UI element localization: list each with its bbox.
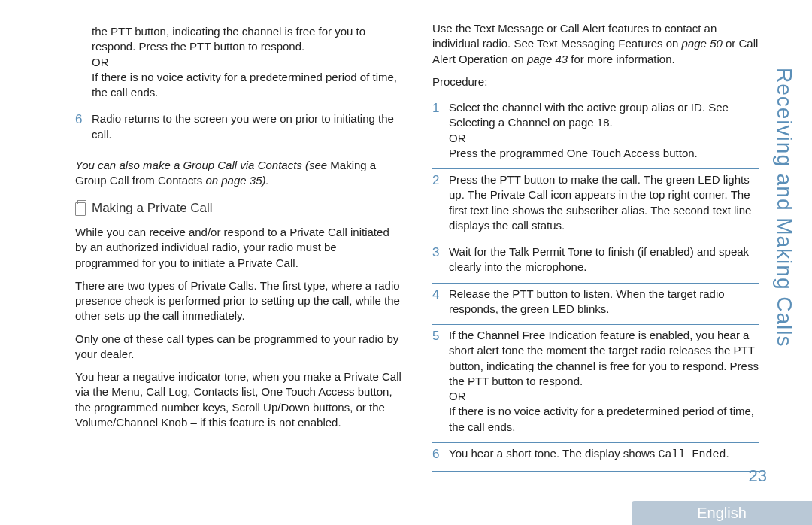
separator: [75, 150, 402, 150]
paragraph: Only one of these call types can be prog…: [75, 332, 402, 363]
paragraph: You hear a negative indicator tone, when…: [75, 369, 402, 430]
step-2: 2 Press the PTT button to make the call.…: [432, 169, 759, 238]
spacer: [75, 24, 92, 100]
ref-link: Text Messaging Features: [537, 37, 663, 50]
page-ref: page 43: [527, 53, 568, 65]
note-pageref: on page 35: [202, 174, 262, 187]
or-text: OR: [92, 56, 109, 68]
section-heading: Making a Private Call: [75, 200, 402, 217]
text: If there is no voice activity for a pred…: [92, 71, 397, 99]
step-text: Radio returns to the screen you were on …: [92, 111, 402, 142]
ref-link: Selecting a Channel: [449, 116, 550, 129]
text-bold: one: [102, 332, 120, 345]
side-chapter-title: Receiving and Making Calls: [770, 68, 798, 347]
note-italic: You can also make a Group Call via Conta…: [75, 159, 330, 171]
step-number: 1: [432, 100, 449, 161]
step-4: 4 Release the PTT button to listen. When…: [432, 284, 759, 322]
text: Select the channel with the active group…: [449, 101, 729, 114]
continued-text: the PTT button, indicating the channel i…: [92, 24, 402, 100]
step-1: 1 Select the channel with the active gro…: [432, 97, 759, 165]
step-text: If the Channel Free Indication feature i…: [449, 328, 759, 435]
ref-link: One Touch Access: [567, 147, 660, 159]
text: of these call types can be programmed to…: [75, 332, 398, 360]
step-text: Wait for the Talk Permit Tone to finish …: [449, 244, 759, 275]
step-3: 3 Wait for the Talk Permit Tone to finis…: [432, 241, 759, 280]
continued-step: the PTT button, indicating the channel i…: [75, 21, 402, 105]
text: on: [508, 53, 527, 65]
text: or: [723, 37, 739, 50]
display-text: Call Ended: [659, 448, 726, 461]
or-text: OR: [449, 390, 466, 402]
step-number: 6: [75, 111, 92, 142]
or-text: OR: [449, 132, 466, 144]
step-number: 4: [432, 287, 449, 317]
text: Press the programmed: [449, 147, 567, 159]
page-ref: page 50: [682, 37, 723, 50]
separator: [432, 471, 759, 472]
intro-paragraph: Use the Text Message or Call Alert featu…: [432, 21, 759, 67]
step-text: Select the channel with the active group…: [449, 100, 759, 161]
text: the PTT button, indicating the channel i…: [92, 25, 365, 53]
content-columns: the PTT button, indicating the channel i…: [75, 21, 759, 472]
step-text: Press the PTT button to make the call. T…: [449, 172, 759, 233]
page-number: 23: [749, 465, 767, 487]
right-column: Use the Text Message or Call Alert featu…: [432, 21, 759, 472]
step-number: 2: [432, 172, 449, 233]
text: .: [726, 447, 729, 460]
text: button.: [660, 147, 698, 159]
text: for more information.: [568, 53, 675, 65]
step-text: Release the PTT button to listen. When t…: [449, 287, 759, 317]
language-bar: English: [632, 501, 812, 525]
step-number: 6: [432, 446, 449, 463]
text: If there is no voice activity for a pred…: [449, 405, 754, 432]
step-number: 5: [432, 328, 449, 435]
clipboard-icon: [75, 202, 86, 216]
note-end: ).: [262, 174, 268, 187]
text: on: [663, 37, 682, 50]
heading-text: Making a Private Call: [92, 200, 213, 217]
paragraph: There are two types of Private Calls. Th…: [75, 278, 402, 324]
text: You hear a short tone. The display shows: [449, 447, 659, 460]
step-6: 6 You hear a short tone. The display sho…: [432, 443, 759, 468]
left-column: the PTT button, indicating the channel i…: [75, 21, 402, 472]
step-number: 3: [432, 244, 449, 275]
note-paragraph: You can also make a Group Call via Conta…: [75, 158, 402, 189]
text: If the Channel Free Indication feature i…: [449, 329, 759, 387]
step-5: 5 If the Channel Free Indication feature…: [432, 325, 759, 439]
paragraph: While you can receive and/or respond to …: [75, 225, 402, 271]
step-6: 6 Radio returns to the screen you were o…: [75, 108, 402, 147]
text: Only: [75, 332, 102, 345]
procedure-label: Procedure:: [432, 74, 759, 90]
step-text: You hear a short tone. The display shows…: [449, 446, 759, 463]
text: on page 18.: [550, 116, 612, 129]
